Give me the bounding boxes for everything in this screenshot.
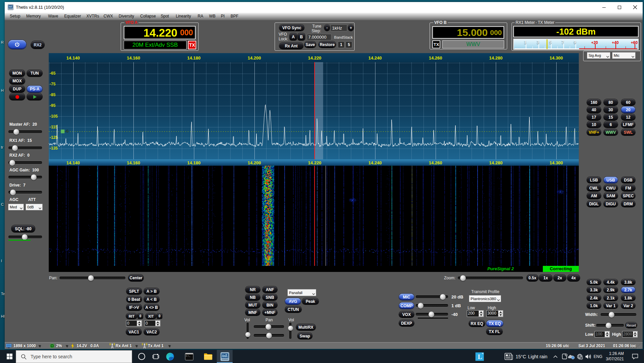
mode-digl-button[interactable]: DIGL — [587, 201, 601, 207]
swap-button[interactable]: Swap — [297, 333, 312, 339]
mic-meter-dropdown[interactable]: Mic — [612, 52, 636, 59]
mode-drm-button[interactable]: DRM — [621, 201, 635, 207]
mode-am-button[interactable]: AM — [587, 193, 601, 199]
rit-button[interactable]: RIT — [126, 313, 137, 319]
mic-button[interactable]: MIC — [399, 294, 414, 300]
tun-button[interactable]: TUN — [27, 70, 42, 77]
mode-lsb-button[interactable]: LSB — [587, 177, 601, 183]
zoom-1x-button[interactable]: 1x — [539, 275, 552, 281]
band-15-button[interactable]: 15 — [604, 114, 618, 120]
center-button[interactable]: Center — [128, 275, 144, 281]
filter-var2-button[interactable]: Var 2 — [621, 303, 635, 309]
btn-0beat[interactable]: 0 Beat — [126, 296, 142, 302]
slider-rx2af[interactable] — [8, 160, 42, 166]
menu-spot[interactable]: Spot — [157, 12, 172, 20]
menu-bpf[interactable]: BPF — [227, 12, 242, 20]
rx2-button[interactable]: RX2 — [31, 41, 44, 49]
cpu-dropdown-arrow[interactable]: ▾ — [66, 344, 68, 348]
power-button[interactable] — [8, 40, 26, 49]
band-80-button[interactable]: 80 — [604, 99, 618, 106]
btn-ifv[interactable]: IF->V — [126, 304, 142, 311]
rx-vol-slider[interactable] — [245, 323, 250, 339]
menu-wb[interactable]: WB — [206, 12, 219, 20]
file-explorer-button[interactable] — [202, 350, 214, 363]
dexp-button[interactable]: DEXP — [399, 320, 414, 326]
waterfall-canvas[interactable] — [49, 166, 579, 266]
libreoffice-taskbar-button[interactable]: L — [475, 350, 485, 363]
thetis-taskbar-button[interactable]: OpenHPSDR — [217, 350, 233, 363]
btn-splt[interactable]: SPLT — [126, 288, 142, 294]
reset-button[interactable]: Reset — [626, 322, 637, 328]
slider-rx1af[interactable] — [8, 145, 42, 151]
filter-low-spinner[interactable]: 100 — [595, 331, 610, 337]
band-17-button[interactable]: 17 — [587, 114, 601, 120]
filter-50k-button[interactable]: 5.0k — [587, 279, 601, 285]
filter-high-spinner[interactable]: 2800 — [622, 331, 638, 337]
display-mode-dropdown[interactable]: Panafall — [287, 289, 316, 296]
rx-ant-dropdown-arrow[interactable]: ▾ — [135, 344, 137, 348]
filter-var1-button[interactable]: Var 1 — [604, 303, 618, 309]
dup-button[interactable]: DUP — [9, 86, 25, 92]
menu-diversity[interactable]: Diversity — [115, 12, 137, 20]
band-swl-button[interactable]: SWL — [621, 129, 635, 135]
sql-slider[interactable] — [8, 234, 42, 240]
tx-low-spinner-up[interactable] — [479, 311, 483, 314]
slider-agcgain-thumb[interactable] — [31, 174, 37, 180]
mode-fm-button[interactable]: FM — [621, 185, 635, 191]
vac2-button[interactable]: VAC2 — [144, 329, 159, 335]
menu-linearity[interactable]: Linearity — [172, 12, 194, 20]
record-button[interactable] — [9, 93, 25, 100]
mox-button[interactable]: MOX — [9, 78, 25, 84]
menu-memory[interactable]: Memory — [23, 12, 44, 20]
tray-expand-button[interactable] — [551, 350, 560, 363]
rit-spinner[interactable]: 0 — [126, 320, 142, 326]
pan-slider[interactable] — [59, 275, 125, 281]
notification-center-button[interactable] — [629, 350, 641, 363]
psa-button[interactable]: PS-A — [27, 86, 42, 92]
zoom-0_5x-button[interactable]: 0.5x — [527, 275, 538, 281]
filter-29k-button[interactable]: 2.9k — [604, 287, 618, 293]
mic-slider[interactable] — [416, 294, 448, 300]
task-view-button[interactable] — [150, 350, 161, 363]
btn-mut[interactable]: MUT — [245, 302, 260, 308]
filter-high-spinner-up[interactable] — [633, 331, 637, 334]
mode-dsb-button[interactable]: DSB — [621, 177, 635, 183]
zoom-slider[interactable] — [458, 275, 523, 281]
mode-cwu-button[interactable]: CWU — [604, 185, 618, 191]
minimize-button[interactable] — [596, 2, 612, 12]
tx-eq-button[interactable]: TX EQ — [486, 320, 503, 327]
width-slider-thumb[interactable] — [609, 312, 614, 318]
band-40-button[interactable]: 40 — [587, 107, 601, 113]
btn-nr[interactable]: NR — [245, 286, 260, 293]
bandstack-5-button[interactable]: 5 — [346, 42, 352, 48]
clock-date[interactable]: 3/07/2021 — [604, 357, 624, 361]
rit-spinner-up[interactable] — [137, 321, 142, 323]
tx-ant-dropdown-arrow[interactable]: ▾ — [168, 344, 170, 348]
sql-button[interactable]: SQL: -80 — [11, 225, 35, 232]
resize-grip[interactable] — [637, 344, 641, 348]
display-size-dropdown-arrow[interactable]: ▾ — [39, 344, 41, 348]
clock-time[interactable]: 1:26 AM — [604, 351, 624, 356]
rx-vol-slider-thumb[interactable] — [245, 332, 250, 337]
avg-button[interactable]: AVG — [285, 298, 301, 305]
filter-21k-button[interactable]: 2.1k — [604, 295, 618, 301]
mode-digu-button[interactable]: DIGU — [604, 201, 618, 207]
slider-rx2af-thumb[interactable] — [9, 160, 15, 166]
transmit-profile-dropdown[interactable]: Plantronics380 — [469, 295, 501, 302]
band-30-button[interactable]: 30 — [604, 107, 618, 113]
rit-spinner-down[interactable] — [137, 323, 142, 326]
mic-slider-thumb[interactable] — [440, 294, 446, 300]
multi-vol-slider[interactable] — [288, 323, 293, 339]
maximize-button[interactable] — [612, 2, 627, 12]
slider-agcgain[interactable] — [8, 174, 42, 180]
filter-33k-button[interactable]: 3.3k — [587, 287, 601, 293]
multi-vol-slider-thumb[interactable] — [288, 326, 293, 331]
slider-drive[interactable] — [8, 189, 42, 195]
cortana-button[interactable] — [136, 350, 147, 363]
save-button[interactable]: Save — [305, 41, 316, 48]
band-lfmf-button[interactable]: LFMF — [621, 121, 635, 128]
filter-24k-button[interactable]: 2.4k — [587, 295, 601, 301]
pan-slider-thumb[interactable] — [88, 275, 94, 281]
vox-slider-thumb[interactable] — [429, 312, 434, 317]
band-160-button[interactable]: 160 — [587, 99, 601, 106]
